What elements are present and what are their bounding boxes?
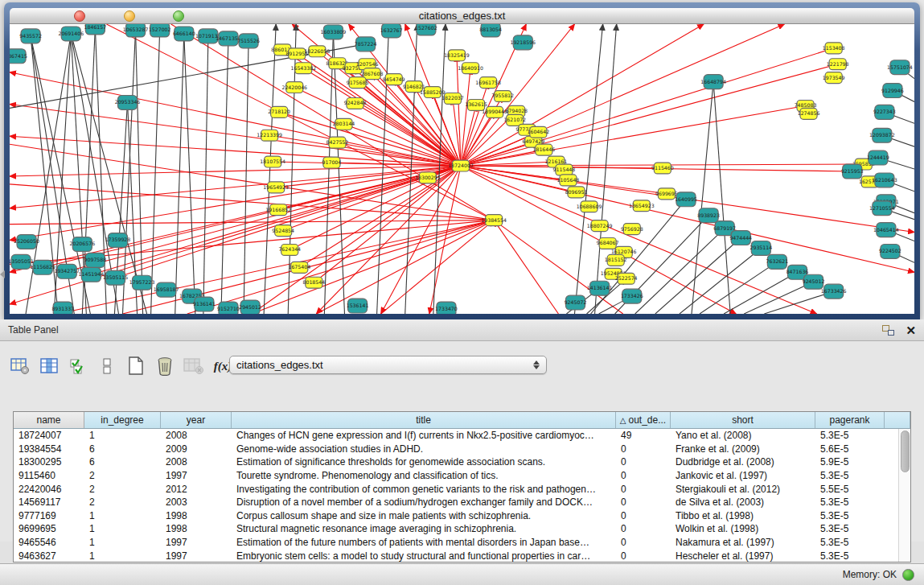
table-row[interactable]: 1938455462009Genome-wide association stu…: [14, 443, 898, 456]
network-node[interactable]: 14136141: [587, 281, 613, 295]
network-node[interactable]: 2803144: [333, 118, 355, 130]
network-node[interactable]: 11451944: [79, 267, 105, 282]
network-node[interactable]: 20691406: [58, 27, 84, 41]
memory-status-indicator[interactable]: [902, 569, 914, 581]
network-node[interactable]: 10688609: [577, 201, 602, 212]
table-row[interactable]: 1830029562008Estimation of significance …: [14, 455, 898, 469]
network-node[interactable]: 1640995: [675, 192, 697, 207]
network-node[interactable]: 18807249: [587, 220, 613, 232]
network-node[interactable]: 9136141: [193, 297, 216, 311]
network-node[interactable]: 9215953: [841, 164, 864, 179]
network-node[interactable]: 9129946: [881, 84, 904, 98]
network-node[interactable]: 1604642: [527, 126, 549, 138]
column-header-year[interactable]: year: [161, 412, 232, 428]
delete-table-icon[interactable]: [182, 354, 206, 378]
network-node[interactable]: 9435572: [19, 29, 42, 43]
network-node[interactable]: 8931337: [51, 302, 74, 314]
network-node[interactable]: 16210643: [872, 173, 897, 187]
network-node[interactable]: 12710554: [869, 201, 895, 216]
network-node[interactable]: 2935114: [749, 241, 772, 256]
new-table-icon[interactable]: [124, 354, 148, 378]
network-canvas[interactable]: 1872400719384554183002958860123891295518…: [10, 24, 914, 314]
network-node[interactable]: 16733426: [821, 284, 847, 299]
network-node[interactable]: 20206576: [69, 237, 95, 252]
network-node[interactable]: 1244419: [867, 150, 889, 165]
network-node[interactable]: 1822037: [441, 93, 464, 105]
network-node[interactable]: 25206050: [14, 235, 39, 249]
network-node[interactable]: 13654923: [629, 200, 655, 212]
table-row[interactable]: 946362711997Embryonic stem cells: a mode…: [14, 549, 898, 562]
network-node[interactable]: 1527602: [415, 24, 437, 35]
network-node[interactable]: 6466140: [173, 27, 195, 41]
network-node[interactable]: 1816446: [533, 144, 556, 155]
unselect-all-icon[interactable]: [95, 354, 119, 378]
network-node[interactable]: 8454749: [383, 74, 405, 85]
network-node[interactable]: 7857224: [355, 37, 377, 51]
network-node[interactable]: 19654923: [263, 182, 289, 193]
network-node[interactable]: 7624344: [278, 244, 301, 255]
network-node[interactable]: 18640910: [458, 63, 483, 74]
network-node[interactable]: 1632767: [380, 24, 403, 38]
delete-row-icon[interactable]: [153, 354, 177, 378]
float-window-icon[interactable]: [882, 325, 894, 336]
table-row[interactable]: 977716911998Corpus callosum shape and si…: [14, 509, 898, 523]
network-node[interactable]: 16958187: [154, 282, 179, 297]
table-row[interactable]: 946554611997Estimation of the future num…: [14, 536, 898, 550]
network-node[interactable]: 9474444: [729, 231, 752, 245]
network-node[interactable]: 18226058: [305, 46, 331, 57]
column-header-pagerank[interactable]: pagerank: [815, 412, 885, 428]
table-selector-dropdown[interactable]: citations_edges.txt: [229, 356, 547, 374]
network-node[interactable]: 7955812: [491, 91, 514, 102]
network-node[interactable]: 18990448: [482, 106, 507, 117]
network-node[interactable]: 17957223: [129, 275, 155, 290]
network-node[interactable]: 12213399: [257, 130, 282, 141]
column-header-out_de[interactable]: △out_de...: [616, 412, 671, 428]
network-node[interactable]: 2945012: [239, 300, 261, 314]
close-icon[interactable]: ✕: [906, 324, 916, 336]
network-node[interactable]: 9242848: [344, 97, 367, 109]
network-node[interactable]: 1675404: [288, 262, 310, 273]
network-node[interactable]: 20953346: [115, 96, 141, 110]
network-node[interactable]: 9224502: [879, 244, 901, 258]
network-node[interactable]: 10653287: [123, 24, 149, 37]
network-node[interactable]: 8096951: [565, 187, 588, 198]
network-node[interactable]: 16033809: [321, 25, 347, 39]
network-node[interactable]: 9097588: [84, 253, 107, 267]
network-node[interactable]: 1733426: [621, 289, 643, 303]
network-node[interactable]: 9524854: [272, 225, 294, 237]
network-node[interactable]: 9115448: [553, 164, 576, 175]
network-graph[interactable]: 1872400719384554183002958860123891295518…: [10, 24, 914, 314]
network-node[interactable]: 1274856: [798, 108, 820, 119]
network-node[interactable]: 917004: [322, 157, 342, 168]
panel-collapse-arrow[interactable]: [0, 270, 5, 278]
table-row[interactable]: 969969511998Structural magnetic resonanc…: [14, 522, 898, 536]
table-row[interactable]: 1456911722003Disruption of a novel membe…: [14, 496, 898, 509]
network-node[interactable]: 11156829: [30, 260, 55, 274]
network-node[interactable]: 12093872: [869, 128, 895, 142]
network-node[interactable]: 13505115: [103, 270, 129, 285]
network-node[interactable]: 1846157: [84, 24, 107, 35]
network-node[interactable]: 8813054: [479, 24, 502, 37]
network-node[interactable]: 10465414: [873, 223, 899, 237]
network-node[interactable]: 2522574: [615, 273, 638, 284]
network-node[interactable]: 8018544: [303, 277, 326, 288]
network-node[interactable]: 17359928: [105, 233, 131, 248]
network-node[interactable]: 1815152: [605, 254, 627, 266]
network-node[interactable]: 9245012: [803, 274, 825, 289]
column-header-name[interactable]: name: [14, 412, 84, 428]
table-row[interactable]: 2242004622012Investigating the contribut…: [14, 482, 898, 496]
network-node[interactable]: 8938923: [697, 208, 720, 223]
network-node[interactable]: 1105648: [557, 175, 580, 186]
network-node[interactable]: 18107554: [260, 156, 285, 167]
network-node[interactable]: 9227343: [873, 105, 896, 119]
network-node[interactable]: 16648794: [700, 75, 726, 89]
network-node[interactable]: 9115460: [651, 163, 674, 174]
network-node[interactable]: 9175685: [347, 77, 369, 89]
network-node[interactable]: 2718120: [268, 106, 290, 117]
network-node[interactable]: 1153408: [823, 43, 845, 54]
network-node[interactable]: 18325419: [444, 50, 470, 61]
network-node[interactable]: 1536141: [347, 299, 369, 313]
network-node[interactable]: 1527002: [149, 24, 171, 37]
network-node[interactable]: 9684067: [597, 238, 619, 249]
network-node[interactable]: 9245072: [565, 295, 587, 310]
